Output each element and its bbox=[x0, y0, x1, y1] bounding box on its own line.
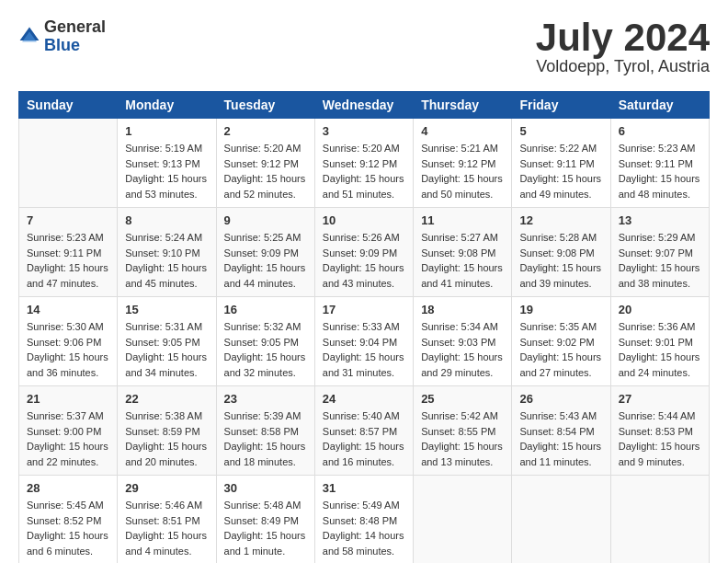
day-number: 14 bbox=[27, 303, 109, 316]
calendar-cell: 8Sunrise: 5:24 AM Sunset: 9:10 PM Daylig… bbox=[118, 208, 216, 297]
calendar-cell: 22Sunrise: 5:38 AM Sunset: 8:59 PM Dayli… bbox=[118, 386, 216, 476]
calendar-week-row: 14Sunrise: 5:30 AM Sunset: 9:06 PM Dayli… bbox=[19, 297, 710, 386]
day-number: 26 bbox=[519, 392, 602, 406]
calendar-cell: 28Sunrise: 5:45 AM Sunset: 8:52 PM Dayli… bbox=[19, 476, 118, 564]
month-title: July 2024 bbox=[536, 18, 710, 57]
calendar-cell bbox=[610, 476, 709, 564]
location-text: Voldoepp, Tyrol, Austria bbox=[536, 57, 710, 76]
calendar-cell: 1Sunrise: 5:19 AM Sunset: 9:13 PM Daylig… bbox=[118, 119, 216, 208]
day-detail: Sunrise: 5:34 AM Sunset: 9:03 PM Dayligh… bbox=[421, 319, 504, 380]
day-detail: Sunrise: 5:20 AM Sunset: 9:12 PM Dayligh… bbox=[224, 141, 307, 201]
calendar-week-row: 1Sunrise: 5:19 AM Sunset: 9:13 PM Daylig… bbox=[19, 119, 710, 208]
column-header-friday: Friday bbox=[512, 92, 610, 119]
title-block: July 2024 Voldoepp, Tyrol, Austria bbox=[536, 18, 710, 76]
calendar-cell: 13Sunrise: 5:29 AM Sunset: 9:07 PM Dayli… bbox=[610, 208, 709, 297]
calendar-cell: 29Sunrise: 5:46 AM Sunset: 8:51 PM Dayli… bbox=[118, 476, 216, 564]
day-number: 6 bbox=[619, 124, 701, 138]
day-number: 13 bbox=[619, 213, 701, 227]
calendar-cell: 2Sunrise: 5:20 AM Sunset: 9:12 PM Daylig… bbox=[216, 119, 314, 208]
day-number: 21 bbox=[27, 392, 109, 406]
calendar-cell: 24Sunrise: 5:40 AM Sunset: 8:57 PM Dayli… bbox=[314, 386, 413, 476]
column-header-tuesday: Tuesday bbox=[216, 92, 314, 119]
calendar-cell: 17Sunrise: 5:33 AM Sunset: 9:04 PM Dayli… bbox=[314, 297, 413, 386]
day-detail: Sunrise: 5:38 AM Sunset: 8:59 PM Dayligh… bbox=[125, 408, 208, 469]
day-detail: Sunrise: 5:24 AM Sunset: 9:10 PM Dayligh… bbox=[125, 230, 208, 291]
day-number: 9 bbox=[224, 213, 307, 227]
calendar-cell: 3Sunrise: 5:20 AM Sunset: 9:12 PM Daylig… bbox=[314, 119, 413, 208]
calendar-cell: 25Sunrise: 5:42 AM Sunset: 8:55 PM Dayli… bbox=[414, 386, 512, 476]
calendar-cell: 6Sunrise: 5:23 AM Sunset: 9:11 PM Daylig… bbox=[610, 119, 709, 208]
day-number: 1 bbox=[125, 124, 208, 138]
day-detail: Sunrise: 5:48 AM Sunset: 8:49 PM Dayligh… bbox=[224, 498, 307, 558]
day-number: 19 bbox=[519, 303, 602, 316]
day-detail: Sunrise: 5:23 AM Sunset: 9:11 PM Dayligh… bbox=[619, 141, 701, 201]
calendar-cell: 30Sunrise: 5:48 AM Sunset: 8:49 PM Dayli… bbox=[216, 476, 314, 564]
day-number: 17 bbox=[323, 303, 405, 316]
calendar-cell bbox=[19, 119, 118, 208]
calendar-cell bbox=[512, 476, 610, 564]
day-detail: Sunrise: 5:33 AM Sunset: 9:04 PM Dayligh… bbox=[323, 319, 405, 380]
day-detail: Sunrise: 5:35 AM Sunset: 9:02 PM Dayligh… bbox=[519, 319, 602, 380]
calendar-cell: 4Sunrise: 5:21 AM Sunset: 9:12 PM Daylig… bbox=[414, 119, 512, 208]
day-detail: Sunrise: 5:40 AM Sunset: 8:57 PM Dayligh… bbox=[323, 408, 405, 469]
calendar-cell: 5Sunrise: 5:22 AM Sunset: 9:11 PM Daylig… bbox=[512, 119, 610, 208]
calendar-week-row: 7Sunrise: 5:23 AM Sunset: 9:11 PM Daylig… bbox=[19, 208, 710, 297]
day-detail: Sunrise: 5:32 AM Sunset: 9:05 PM Dayligh… bbox=[224, 319, 307, 380]
column-header-sunday: Sunday bbox=[19, 92, 118, 119]
calendar-cell: 21Sunrise: 5:37 AM Sunset: 9:00 PM Dayli… bbox=[19, 386, 118, 476]
calendar-cell: 12Sunrise: 5:28 AM Sunset: 9:08 PM Dayli… bbox=[512, 208, 610, 297]
day-number: 20 bbox=[619, 303, 701, 316]
day-number: 28 bbox=[27, 481, 109, 495]
day-detail: Sunrise: 5:26 AM Sunset: 9:09 PM Dayligh… bbox=[323, 230, 405, 291]
column-header-wednesday: Wednesday bbox=[314, 92, 413, 119]
day-detail: Sunrise: 5:49 AM Sunset: 8:48 PM Dayligh… bbox=[323, 498, 405, 558]
calendar-cell: 31Sunrise: 5:49 AM Sunset: 8:48 PM Dayli… bbox=[314, 476, 413, 564]
day-number: 2 bbox=[224, 124, 307, 138]
day-detail: Sunrise: 5:23 AM Sunset: 9:11 PM Dayligh… bbox=[27, 230, 109, 291]
calendar-cell: 27Sunrise: 5:44 AM Sunset: 8:53 PM Dayli… bbox=[610, 386, 709, 476]
day-detail: Sunrise: 5:19 AM Sunset: 9:13 PM Dayligh… bbox=[125, 141, 208, 201]
calendar-cell: 20Sunrise: 5:36 AM Sunset: 9:01 PM Dayli… bbox=[610, 297, 709, 386]
day-detail: Sunrise: 5:45 AM Sunset: 8:52 PM Dayligh… bbox=[27, 498, 109, 558]
calendar-cell: 23Sunrise: 5:39 AM Sunset: 8:58 PM Dayli… bbox=[216, 386, 314, 476]
calendar-cell: 9Sunrise: 5:25 AM Sunset: 9:09 PM Daylig… bbox=[216, 208, 314, 297]
calendar-cell: 15Sunrise: 5:31 AM Sunset: 9:05 PM Dayli… bbox=[118, 297, 216, 386]
calendar-cell: 16Sunrise: 5:32 AM Sunset: 9:05 PM Dayli… bbox=[216, 297, 314, 386]
day-detail: Sunrise: 5:44 AM Sunset: 8:53 PM Dayligh… bbox=[619, 408, 701, 469]
day-detail: Sunrise: 5:37 AM Sunset: 9:00 PM Dayligh… bbox=[27, 408, 109, 469]
day-number: 25 bbox=[421, 392, 504, 406]
day-detail: Sunrise: 5:29 AM Sunset: 9:07 PM Dayligh… bbox=[619, 230, 701, 291]
calendar-cell: 18Sunrise: 5:34 AM Sunset: 9:03 PM Dayli… bbox=[414, 297, 512, 386]
column-header-monday: Monday bbox=[118, 92, 216, 119]
day-detail: Sunrise: 5:20 AM Sunset: 9:12 PM Dayligh… bbox=[323, 141, 405, 201]
day-number: 5 bbox=[519, 124, 602, 138]
day-number: 4 bbox=[421, 124, 504, 138]
day-detail: Sunrise: 5:30 AM Sunset: 9:06 PM Dayligh… bbox=[27, 319, 109, 380]
calendar-week-row: 28Sunrise: 5:45 AM Sunset: 8:52 PM Dayli… bbox=[19, 476, 710, 564]
day-detail: Sunrise: 5:21 AM Sunset: 9:12 PM Dayligh… bbox=[421, 141, 504, 201]
day-number: 23 bbox=[224, 392, 307, 406]
logo-general-text: General bbox=[44, 18, 106, 37]
calendar-header-row: SundayMondayTuesdayWednesdayThursdayFrid… bbox=[19, 92, 710, 119]
day-detail: Sunrise: 5:28 AM Sunset: 9:08 PM Dayligh… bbox=[519, 230, 602, 291]
day-number: 8 bbox=[125, 213, 208, 227]
calendar-cell: 7Sunrise: 5:23 AM Sunset: 9:11 PM Daylig… bbox=[19, 208, 118, 297]
calendar-table: SundayMondayTuesdayWednesdayThursdayFrid… bbox=[18, 91, 710, 563]
day-number: 7 bbox=[27, 213, 109, 227]
calendar-cell: 11Sunrise: 5:27 AM Sunset: 9:08 PM Dayli… bbox=[414, 208, 512, 297]
logo-text: General Blue bbox=[44, 18, 106, 55]
day-detail: Sunrise: 5:27 AM Sunset: 9:08 PM Dayligh… bbox=[421, 230, 504, 291]
logo-icon bbox=[18, 26, 40, 48]
page-header: General Blue July 2024 Voldoepp, Tyrol, … bbox=[18, 18, 710, 76]
calendar-cell bbox=[414, 476, 512, 564]
day-number: 27 bbox=[619, 392, 701, 406]
calendar-cell: 14Sunrise: 5:30 AM Sunset: 9:06 PM Dayli… bbox=[19, 297, 118, 386]
day-detail: Sunrise: 5:36 AM Sunset: 9:01 PM Dayligh… bbox=[619, 319, 701, 380]
day-detail: Sunrise: 5:43 AM Sunset: 8:54 PM Dayligh… bbox=[519, 408, 602, 469]
day-detail: Sunrise: 5:42 AM Sunset: 8:55 PM Dayligh… bbox=[421, 408, 504, 469]
day-detail: Sunrise: 5:25 AM Sunset: 9:09 PM Dayligh… bbox=[224, 230, 307, 291]
logo-blue-text: Blue bbox=[44, 37, 106, 55]
day-number: 16 bbox=[224, 303, 307, 316]
column-header-thursday: Thursday bbox=[414, 92, 512, 119]
day-number: 15 bbox=[125, 303, 208, 316]
